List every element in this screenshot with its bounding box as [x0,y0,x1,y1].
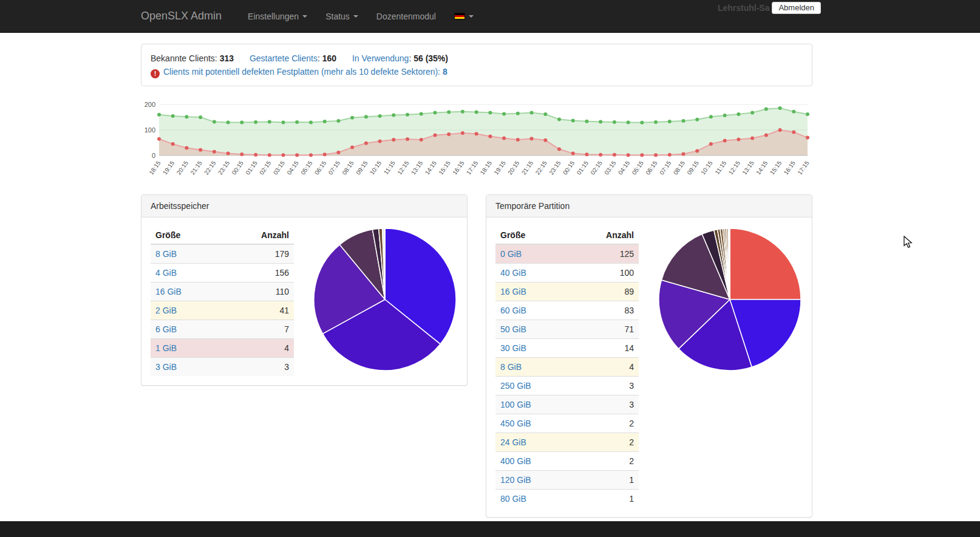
exclamation-circle-icon: ! [151,69,160,78]
table-row: 3 GiB3 [151,358,294,377]
defective-clients-link[interactable]: Clients mit potentiell defekten Festplat… [163,67,447,77]
size-link[interactable]: 250 GiB [500,381,531,391]
nav-status[interactable]: Status [316,0,367,32]
svg-text:02:15: 02:15 [589,159,604,176]
count-cell: 2 [570,433,639,452]
table-row: 60 GiB83 [495,301,639,320]
size-link[interactable]: 8 GiB [500,362,522,372]
table-row: 250 GiB3 [495,377,639,395]
language-selector[interactable] [445,0,483,32]
table-row: 120 GiB1 [495,471,639,490]
size-link[interactable]: 80 GiB [500,494,526,504]
ram-pie-chart [312,227,458,372]
known-clients: Bekannte Clients: 313 [151,53,234,63]
table-row: 400 GiB2 [495,452,639,471]
table-row: 16 GiB110 [151,282,294,301]
svg-text:00:15: 00:15 [562,159,576,176]
count-cell: 156 [220,264,294,282]
svg-text:09:15: 09:15 [355,159,369,176]
count-cell: 125 [570,244,639,264]
count-cell: 1 [570,490,639,508]
navbar: OpenSLX Admin Einstellungen Status Dozen… [0,0,980,33]
ram-col-count: Anzahl [220,227,294,244]
defective-clients-row: !Clients mit potentiell defekten Festpla… [151,65,803,78]
size-link[interactable]: 8 GiB [155,249,177,259]
svg-text:12:15: 12:15 [396,159,410,176]
count-cell: 71 [570,320,639,339]
size-link[interactable]: 450 GiB [500,419,531,428]
table-row: 24 GiB2 [495,433,639,452]
svg-text:200: 200 [145,101,155,108]
svg-text:00:15: 00:15 [231,159,245,176]
table-row: 80 GiB1 [495,490,639,508]
svg-text:100: 100 [145,126,155,134]
line-chart-svg: 010020018:1519:1520:1521:1522:1523:1500:… [141,100,812,185]
ram-table: Größe Anzahl 8 GiB1794 GiB15616 GiB1102 … [151,227,294,376]
started-clients-link[interactable]: Gestartete Clients [250,53,318,63]
svg-text:23:15: 23:15 [548,159,562,176]
tmp-panel-title: Temporäre Partition [486,195,812,217]
svg-text:16:15: 16:15 [783,159,797,176]
size-link[interactable]: 100 GiB [500,400,531,409]
svg-text:15:15: 15:15 [769,159,783,176]
footer-strip [0,521,980,537]
size-link[interactable]: 3 GiB [155,362,177,372]
size-link[interactable]: 16 GiB [155,287,182,296]
table-row: 50 GiB71 [495,320,639,339]
size-link[interactable]: 0 GiB [500,249,522,259]
count-cell: 3 [570,395,639,414]
svg-text:22:15: 22:15 [534,159,549,176]
defective-clients-value: 8 [443,67,447,77]
svg-text:04:15: 04:15 [617,159,631,176]
size-link[interactable]: 30 GiB [500,343,526,353]
size-link[interactable]: 6 GiB [155,324,177,334]
svg-text:16:15: 16:15 [451,159,466,176]
ram-panel: Arbeitsspeicher Größe Anzahl 8 GiB1794 G… [141,194,468,386]
size-link[interactable]: 24 GiB [500,437,526,447]
svg-text:07:15: 07:15 [327,159,342,176]
svg-text:19:15: 19:15 [492,159,507,176]
in-use-clients: In Verwendung: 56 (35%) [352,53,448,63]
table-row: 8 GiB179 [151,244,294,264]
table-row: 2 GiB41 [151,301,294,320]
brand[interactable]: OpenSLX Admin [141,10,222,22]
tmp-table: Größe Anzahl 0 GiB12540 GiB10016 GiB8960… [495,227,639,508]
svg-text:10:15: 10:15 [699,159,714,176]
size-link[interactable]: 4 GiB [155,268,177,278]
svg-text:15:15: 15:15 [437,159,452,176]
size-link[interactable]: 400 GiB [500,456,531,466]
count-cell: 100 [570,264,639,282]
size-link[interactable]: 120 GiB [500,475,531,485]
logout-button[interactable]: Abmelden [772,2,821,14]
svg-text:20:15: 20:15 [506,159,521,176]
size-link[interactable]: 40 GiB [500,268,526,278]
svg-text:07:15: 07:15 [658,159,673,176]
in-use-link[interactable]: In Verwendung [352,53,409,63]
table-row: 8 GiB4 [495,358,639,377]
pie-chart-svg [657,227,803,372]
size-link[interactable]: 2 GiB [155,306,177,315]
nav-einstellungen-label: Einstellungen [248,12,299,21]
svg-text:21:15: 21:15 [520,159,535,176]
svg-text:01:15: 01:15 [244,159,259,176]
table-row: 30 GiB14 [495,339,639,358]
tmp-col-count: Anzahl [570,227,639,244]
svg-text:21:15: 21:15 [189,159,203,176]
svg-text:19:15: 19:15 [162,159,176,176]
count-cell: 41 [220,301,294,320]
user-label: Lehrstuhl-Sa [718,3,770,13]
size-link[interactable]: 1 GiB [155,343,177,353]
count-cell: 7 [220,320,294,339]
table-row: 0 GiB125 [495,244,639,264]
size-link[interactable]: 60 GiB [500,306,526,315]
size-link[interactable]: 16 GiB [500,287,526,296]
svg-text:02:15: 02:15 [258,159,273,176]
tmp-col-size: Größe [495,227,570,244]
svg-text:11:15: 11:15 [713,159,727,176]
main-nav: Einstellungen Status Dozentenmodul [239,0,483,32]
client-summary-panel: Bekannte Clients: 313 Gestartete Clients… [141,44,812,86]
chevron-down-icon [469,15,474,18]
nav-dozentenmodul[interactable]: Dozentenmodul [367,0,445,32]
nav-einstellungen[interactable]: Einstellungen [239,0,316,32]
size-link[interactable]: 50 GiB [500,324,526,334]
